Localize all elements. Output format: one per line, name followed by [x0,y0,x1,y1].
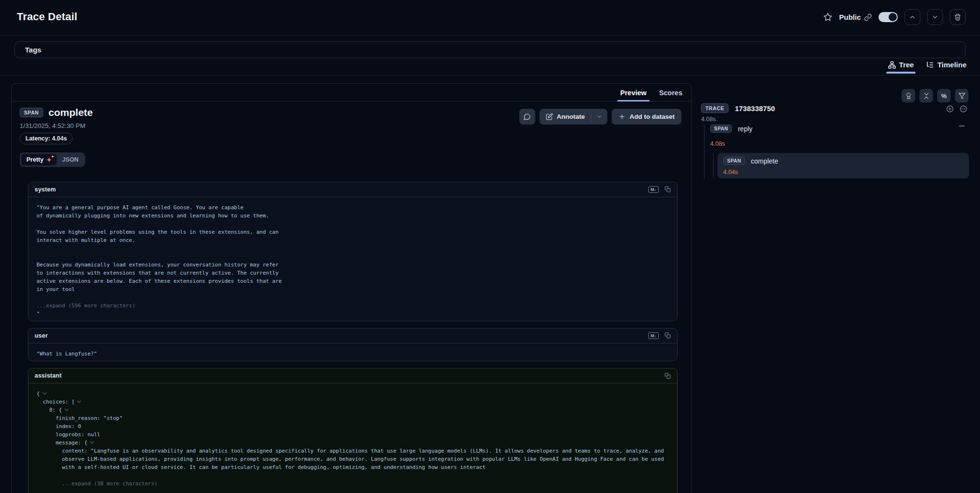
span-timestamp: 1/31/2025, 4:52:30 PM [20,122,86,129]
tree-toolbar: % [902,89,968,102]
tab-preview-label: Preview [620,89,647,97]
active-tab-underline [886,72,916,74]
user-message-header: user M↓ [28,329,677,343]
copy-icon[interactable] [665,332,671,339]
expand-link[interactable]: ...expand (596 more characters) [37,302,669,310]
format-json-option[interactable]: JSON [57,154,84,165]
format-pretty-label: Pretty [26,156,43,163]
tree-node-trace[interactable]: TRACE 1738338750 [701,103,775,113]
message-header-icons: M↓ [648,186,671,193]
edit-icon [546,113,553,120]
annotate-button[interactable]: Annotate [540,109,591,125]
public-label: Public [839,13,861,21]
tab-tree[interactable]: Tree [888,61,914,74]
annotate-label: Annotate [557,113,585,120]
header-actions: Public [823,9,966,25]
code-line: logprobs: null [37,430,669,439]
code-line: " [37,310,669,318]
copy-icon[interactable] [665,186,671,192]
page-title: Trace Detail [17,11,77,23]
copy-icon[interactable] [665,373,671,379]
zoom-in-icon[interactable] [946,105,954,113]
code-line: You solve higher level problems using th… [37,228,669,236]
top-header: Trace Detail Public [0,0,980,36]
zoom-out-icon[interactable] [959,105,967,113]
user-message-content: "What is Langfuse?" [28,343,677,361]
prev-observation-button[interactable] [905,9,920,25]
timeline-icon [926,61,934,69]
comment-button[interactable] [519,109,535,125]
annotate-split-button: Annotate [540,109,608,125]
code-line: with a self-hosted UI or cloud service. … [37,463,669,471]
delete-trace-button[interactable] [950,9,966,25]
code-line: active extensions are below. Each of the… [37,277,669,285]
assistant-message-content: { choices: [ 0: { finish_reason: "stop" … [28,383,677,493]
tab-timeline-label: Timeline [937,61,967,69]
expand-link[interactable]: ...expand (38 more characters) [37,480,669,488]
markdown-toggle-icon[interactable]: M↓ [648,186,659,193]
panel-tabbar: Preview Scores [12,84,691,101]
span-title-row: SPAN complete [20,107,93,118]
star-icon[interactable] [823,13,832,22]
system-message-header: system M↓ [28,182,677,197]
assistant-message-header: assistant [28,368,677,383]
format-pretty-option[interactable]: Pretty ✦✦ [21,154,57,165]
collapse-chevron-icon[interactable] [40,391,46,397]
toggle-knob [889,13,897,21]
message-role-label: user [35,332,48,339]
code-line: of dynamically plugging into new extensi… [37,212,669,220]
code-line [37,471,669,480]
public-share: Public [839,13,872,21]
code-line: in your tool [37,285,669,293]
plus-icon [618,113,626,120]
scores-toggle-button[interactable] [902,89,915,102]
code-line [37,244,669,253]
filter-button[interactable] [955,89,968,102]
collapse-chevron-icon[interactable] [75,399,80,405]
code-line [37,293,669,302]
code-line: message: { [37,439,669,447]
active-tab-underline [617,100,650,102]
tree-icon [888,61,896,69]
percent-metrics-button[interactable]: % [937,89,951,102]
trace-id: 1738338750 [735,104,775,113]
collapse-chevron-icon[interactable] [88,440,93,446]
tab-tree-label: Tree [899,61,914,69]
tree-node-complete-selected[interactable]: SPAN complete 4.04s [717,153,969,178]
link-icon[interactable] [864,13,872,21]
trace-tree-panel: % TRACE 1738338750 4.08s SPAN rep [696,76,980,493]
next-observation-button[interactable] [927,9,943,25]
annotate-dropdown-button[interactable] [591,109,607,125]
tab-scores[interactable]: Scores [659,89,682,101]
reply-duration: 4.08s [710,140,725,147]
tree-indent-guide [704,125,704,179]
percent-icon: % [941,92,947,100]
public-toggle[interactable] [879,12,898,22]
add-to-dataset-button[interactable]: Add to dataset [612,109,681,125]
collapse-all-button[interactable] [919,89,933,102]
tree-node-reply[interactable]: SPAN reply [710,125,753,133]
tags-box[interactable]: Tags [14,41,966,58]
code-line: finish_reason: "stop" [37,414,669,422]
tab-preview[interactable]: Preview [620,89,647,101]
message-header-icons [665,373,671,379]
sparkles-icon: ✦✦ [46,157,51,163]
span-type-badge: SPAN [20,108,43,117]
code-line: { [37,390,669,398]
view-switcher: Tree Timeline [888,61,967,74]
code-line: 0: { [37,406,669,414]
collapse-node-icon[interactable] [959,126,965,126]
message-header-icons: M↓ [648,332,671,340]
tab-timeline[interactable]: Timeline [926,61,967,74]
code-line: to interactions with extensions that are… [37,269,669,277]
code-line: "What is Langfuse?" [37,350,669,358]
span-actions: Annotate Add to dataset [519,109,681,125]
collapse-chevron-icon[interactable] [62,407,68,413]
trace-detail-page: Trace Detail Public Tags [0,0,980,493]
tab-scores-label: Scores [659,89,682,97]
code-line: observe LLM-based applications, providin… [37,455,669,463]
message-role-label: assistant [35,372,62,379]
collapse-icon [923,92,930,100]
code-line: content: "Langfuse is an observability a… [37,447,669,455]
markdown-toggle-icon[interactable]: M↓ [648,332,659,340]
